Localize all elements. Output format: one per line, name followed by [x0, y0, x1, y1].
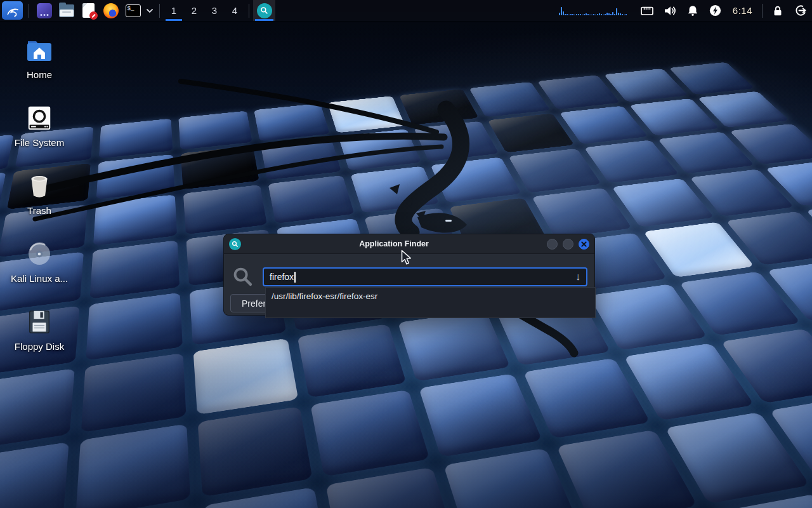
desktop-item-kali-cd[interactable]: Kali Linux a...: [8, 238, 71, 306]
close-button[interactable]: [579, 239, 589, 250]
volume-tray-button[interactable]: [658, 0, 681, 21]
wallpaper-cube: [350, 166, 439, 213]
hard-drive-icon: [23, 102, 56, 134]
wallpaper-cube: [398, 310, 510, 381]
maximize-button[interactable]: [563, 239, 573, 250]
wallpaper-cube: [198, 406, 313, 497]
wallpaper-cube: [298, 324, 407, 398]
network-tray-button[interactable]: [636, 0, 658, 21]
text-caret: [294, 272, 296, 283]
minimize-button[interactable]: [547, 239, 558, 250]
completion-dropdown: /usr/lib/firefox-esr/firefox-esr: [265, 287, 596, 318]
wallpaper-cube: [178, 111, 252, 150]
wallpaper-cube: [532, 188, 632, 238]
panel-separator: [249, 4, 249, 18]
logout-button[interactable]: [789, 0, 812, 21]
wallpaper-cube: [93, 194, 177, 246]
wallpaper-cube: [310, 390, 429, 477]
workspace-4[interactable]: 4: [225, 0, 245, 21]
workspace-1[interactable]: 1: [164, 0, 184, 21]
desktop-item-filesystem[interactable]: File System: [8, 102, 71, 170]
kali-logo-icon: [6, 4, 20, 18]
disc-icon: [23, 238, 56, 270]
firefox-icon: [103, 3, 119, 18]
wallpaper-cube: [193, 338, 299, 415]
window-app-finder-icon: [229, 238, 241, 250]
launcher-file-manager[interactable]: [55, 0, 77, 21]
wallpaper-cube: [488, 113, 575, 152]
cpu-load-graph[interactable]: [559, 6, 627, 15]
wallpaper-cube: [183, 185, 267, 234]
close-icon: [581, 241, 587, 247]
wallpaper-cube: [325, 467, 457, 508]
panel-separator: [762, 4, 763, 18]
app-finder-taskbar-button[interactable]: [253, 0, 275, 21]
wallpaper-cube: [99, 119, 173, 159]
search-icon: [232, 266, 254, 288]
desktop-item-label: Trash: [27, 205, 51, 216]
terminal-dropdown-toggle[interactable]: [144, 0, 155, 21]
workspace-3[interactable]: 3: [204, 0, 225, 21]
desktop-root: Home File System: [0, 0, 812, 508]
wallpaper-cube: [419, 373, 542, 457]
wallpaper-cube: [75, 424, 190, 508]
launcher-app-grid[interactable]: [33, 0, 55, 21]
logout-power-icon: [794, 4, 808, 17]
trash-icon: [23, 170, 56, 202]
wallpaper-cube: [414, 121, 499, 162]
wallpaper-cube: [431, 157, 521, 203]
window-title: Application Finder: [241, 239, 547, 248]
desktop-item-home[interactable]: Home: [8, 34, 71, 102]
notifications-tray-button[interactable]: [681, 0, 704, 21]
wallpaper-cube: [86, 293, 183, 361]
search-input-value: firefox: [270, 272, 294, 282]
desktop-item-label: Home: [27, 69, 52, 80]
lock-screen-button[interactable]: [766, 0, 789, 21]
file-manager-icon: [59, 4, 74, 17]
wallpaper-cube: [0, 172, 6, 220]
desktop-item-floppy[interactable]: Floppy Disk: [8, 306, 71, 374]
desktop-item-trash[interactable]: Trash: [8, 170, 71, 238]
wallpaper-cube: [537, 75, 620, 109]
wallpaper-cube: [254, 104, 330, 142]
wallpaper-cube: [327, 96, 405, 133]
panel-separator: [29, 4, 29, 18]
wallpaper-cube: [508, 149, 601, 193]
app-grid-icon: [37, 3, 52, 18]
launcher-terminal[interactable]: $_: [122, 0, 144, 21]
desktop-item-label: Floppy Disk: [15, 341, 64, 352]
top-panel: $_ 1 2 3 4: [0, 0, 812, 21]
workspace-2[interactable]: 2: [184, 0, 204, 21]
text-editor-icon: [82, 3, 95, 18]
applications-menu-button[interactable]: [2, 1, 23, 20]
wallpaper-cube: [81, 353, 187, 432]
completion-result[interactable]: /usr/lib/firefox-esr/firefox-esr: [272, 291, 589, 301]
power-manager-tray-button[interactable]: [704, 0, 727, 21]
chevron-down-icon: [146, 8, 154, 14]
floppy-icon: [23, 306, 56, 338]
volume-icon: [663, 4, 677, 17]
wallpaper-cube: [96, 154, 175, 199]
search-input[interactable]: firefox ↓: [263, 267, 587, 286]
history-dropdown-arrow-icon[interactable]: ↓: [575, 272, 580, 282]
wallpaper-cube: [469, 82, 550, 117]
terminal-icon: $_: [126, 4, 141, 17]
mouse-cursor: [401, 250, 412, 266]
clock[interactable]: 6:14: [733, 5, 752, 16]
network-icon: [640, 5, 654, 17]
desktop-item-label: File System: [15, 137, 64, 148]
lock-icon: [771, 4, 784, 17]
wallpaper-cube: [0, 368, 75, 451]
launcher-text-editor[interactable]: [77, 0, 100, 21]
launcher-firefox[interactable]: [100, 0, 122, 21]
application-finder-window: Application Finder firefox ↓: [223, 234, 595, 316]
app-finder-icon: [257, 3, 272, 18]
desktop-item-label: Kali Linux a...: [11, 273, 68, 284]
wallpaper-cube: [181, 145, 259, 189]
power-bolt-icon: [709, 4, 722, 17]
home-folder-icon: [23, 34, 56, 66]
wallpaper-cube: [90, 240, 180, 298]
desktop-icon-list: Home File System: [8, 34, 71, 374]
wallpaper-cube: [0, 442, 69, 508]
wallpaper-cube: [443, 448, 580, 508]
